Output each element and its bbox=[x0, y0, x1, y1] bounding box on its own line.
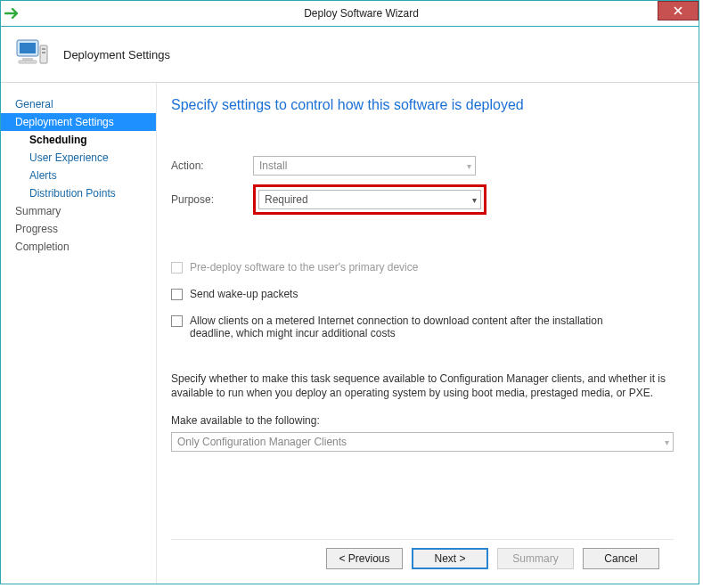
wizard-window: Deploy Software Wizard Deployment Settin… bbox=[0, 0, 699, 584]
purpose-value: Required bbox=[265, 193, 308, 206]
purpose-row: Purpose: Required ▾ bbox=[171, 184, 674, 215]
availability-note: Specify whether to make this task sequen… bbox=[171, 372, 674, 400]
sidebar-item-completion[interactable]: Completion bbox=[1, 238, 156, 256]
next-button[interactable]: Next > bbox=[412, 548, 488, 569]
action-value: Install bbox=[259, 159, 287, 172]
content-heading: Specify settings to control how this sof… bbox=[171, 97, 674, 113]
sidebar-item-progress[interactable]: Progress bbox=[1, 220, 156, 238]
content-area: Specify settings to control how this sof… bbox=[157, 83, 699, 584]
svg-rect-3 bbox=[42, 48, 45, 50]
window-title: Deploy Software Wizard bbox=[24, 7, 699, 20]
forward-arrow-icon bbox=[1, 1, 24, 26]
svg-rect-6 bbox=[19, 61, 37, 63]
metered-checkbox[interactable] bbox=[171, 315, 183, 327]
predeploy-label: Pre-deploy software to the user's primar… bbox=[190, 261, 418, 274]
action-row: Action: Install ▾ bbox=[171, 156, 674, 176]
wizard-body: General Deployment Settings Scheduling U… bbox=[1, 83, 699, 584]
metered-label: Allow clients on a metered Internet conn… bbox=[190, 314, 634, 339]
make-available-label: Make available to the following: bbox=[171, 414, 674, 427]
wakeup-label: Send wake-up packets bbox=[190, 288, 298, 300]
cancel-button[interactable]: Cancel bbox=[583, 548, 659, 569]
purpose-select[interactable]: Required ▾ bbox=[258, 190, 481, 209]
header-band: Deployment Settings bbox=[1, 27, 699, 83]
wizard-sidebar: General Deployment Settings Scheduling U… bbox=[1, 83, 157, 584]
sidebar-item-user-experience[interactable]: User Experience bbox=[1, 149, 156, 167]
page-title: Deployment Settings bbox=[63, 48, 170, 61]
make-available-value: Only Configuration Manager Clients bbox=[177, 436, 347, 448]
predeploy-checkbox bbox=[171, 262, 183, 274]
sidebar-item-alerts[interactable]: Alerts bbox=[1, 167, 156, 184]
wakeup-checkrow[interactable]: Send wake-up packets bbox=[171, 288, 634, 300]
previous-button[interactable]: < Previous bbox=[326, 548, 403, 569]
chevron-down-icon: ▾ bbox=[472, 195, 477, 205]
chevron-down-icon: ▾ bbox=[467, 161, 471, 171]
sidebar-item-distribution-points[interactable]: Distribution Points bbox=[1, 184, 156, 202]
sidebar-item-summary[interactable]: Summary bbox=[1, 202, 156, 220]
action-label: Action: bbox=[171, 159, 253, 172]
title-bar: Deploy Software Wizard bbox=[1, 1, 699, 27]
close-button[interactable] bbox=[658, 1, 699, 20]
purpose-label: Purpose: bbox=[171, 193, 253, 206]
close-icon bbox=[674, 6, 683, 15]
sidebar-item-deployment-settings[interactable]: Deployment Settings bbox=[1, 113, 156, 131]
predeploy-checkrow: Pre-deploy software to the user's primar… bbox=[171, 261, 634, 274]
computer-icon bbox=[13, 35, 51, 75]
purpose-highlight: Required ▾ bbox=[253, 184, 486, 215]
wizard-footer: < Previous Next > Summary Cancel bbox=[171, 539, 674, 576]
make-available-select[interactable]: Only Configuration Manager Clients ▾ bbox=[171, 432, 674, 452]
svg-rect-4 bbox=[42, 52, 45, 53]
chevron-down-icon: ▾ bbox=[665, 437, 669, 447]
svg-rect-1 bbox=[20, 43, 36, 53]
summary-button: Summary bbox=[497, 548, 574, 569]
sidebar-item-scheduling[interactable]: Scheduling bbox=[1, 131, 156, 149]
sidebar-item-general[interactable]: General bbox=[1, 95, 156, 113]
action-select: Install ▾ bbox=[253, 156, 476, 176]
metered-checkrow[interactable]: Allow clients on a metered Internet conn… bbox=[171, 314, 634, 339]
wakeup-checkbox[interactable] bbox=[171, 289, 183, 300]
